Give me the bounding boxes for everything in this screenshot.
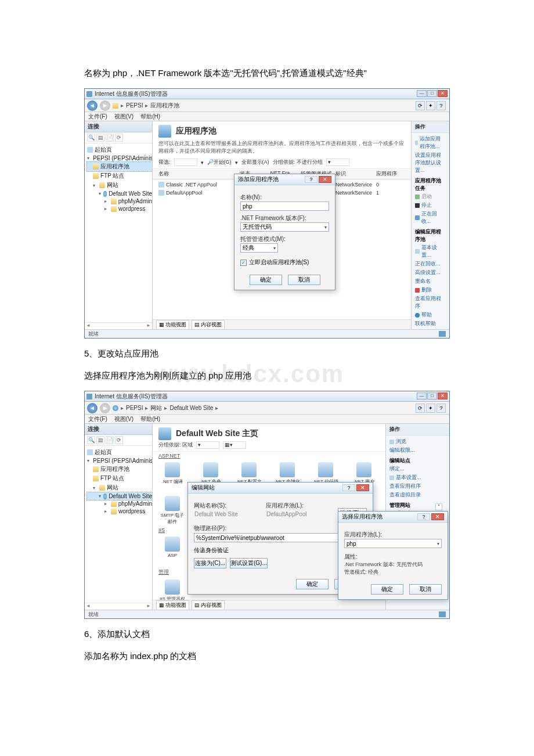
filter-show-all[interactable]: 全部显示(A) [241,159,269,166]
content-view-tab[interactable]: ▤ 内容视图 [192,600,225,610]
tree-start-page[interactable]: 起始页 [95,146,112,154]
tree-tool-icon[interactable]: 🔍 [87,436,95,444]
menu-help[interactable]: 帮助(H) [140,113,160,121]
filter-go[interactable]: 🔎开始(G) [207,159,232,166]
tree-app-pools[interactable]: 应用程序池 [100,465,129,473]
action-bindings[interactable]: 绑定... [389,465,446,473]
menu-file[interactable]: 文件(F) [88,113,107,121]
tree-tool-icon[interactable]: ▤ [96,436,104,444]
cancel-button[interactable]: 取消 [409,584,442,595]
pipeline-select[interactable]: 经典▾ [240,243,278,253]
action-rename[interactable]: 重命名 [415,277,446,286]
group-by-combo[interactable]: ▾ [196,441,219,449]
features-view-tab[interactable]: ▦ 功能视图 [156,600,189,610]
tree-default-site[interactable]: Default Web Site [109,493,152,499]
maximize-button[interactable]: □ [427,90,437,97]
maximize-button[interactable]: □ [427,393,437,399]
tree-tool-icon[interactable]: 📄 [106,134,114,142]
tree-server[interactable]: PEPSI (PEPSI\Administrator) [93,155,152,161]
dialog-help-button[interactable]: ? [417,513,430,520]
minimize-button[interactable]: — [417,393,427,399]
col-apps[interactable]: 应用程序 [376,170,405,178]
ok-button[interactable]: 确定 [296,579,329,589]
action-basic[interactable]: 基本设置... [389,473,446,482]
connect-as-button[interactable]: 连接为(C)... [194,558,226,568]
toolbar-icon-2[interactable]: ✦ [426,101,435,110]
ok-button[interactable]: 确定 [371,584,403,595]
select-pool-dropdown[interactable]: php▾ [344,539,442,548]
framework-select[interactable]: 无托管代码▾ [240,222,329,232]
action-view-vdir[interactable]: 查看虚拟目录 [389,491,446,499]
tree-sites[interactable]: 网站 [107,484,118,492]
forward-button[interactable]: ► [100,100,110,111]
forward-button[interactable]: ► [100,403,110,413]
action-help[interactable]: 帮助 [415,311,446,319]
action-online-help[interactable]: 联机帮助 [415,319,446,328]
tree-phpmyadmin[interactable]: phpMyAdmin [118,198,152,204]
tree-ftp[interactable]: FTP 站点 [100,172,124,180]
toolbar-icon-2[interactable]: ✦ [426,404,435,413]
view-combo[interactable]: ▦▾ [223,441,246,449]
action-recycle[interactable]: 正在回收... [415,210,446,226]
features-view-tab[interactable]: ▦ 功能视图 [156,320,189,330]
tree-wordpress[interactable]: wordpress [118,508,145,514]
back-button[interactable]: ◄ [87,100,98,111]
name-input[interactable]: php [240,201,329,211]
action-view-apps[interactable]: 查看应用程序 [389,482,446,491]
minimize-button[interactable]: — [417,90,427,97]
menu-view[interactable]: 视图(V) [114,415,134,423]
tree-wordpress[interactable]: wordpress [118,206,145,212]
tree-tool-icon[interactable]: ⟳ [115,436,123,444]
cancel-button[interactable]: 取消 [288,275,320,285]
col-identity[interactable]: 标识 [335,170,376,178]
action-view-apps[interactable]: 查看应用程序 [415,294,446,311]
content-view-tab[interactable]: ▤ 内容视图 [192,320,225,330]
action-stop[interactable]: 停止 [415,201,446,210]
feature-icon[interactable]: ASP [158,537,186,558]
breadcrumb[interactable]: ▸PEPSI ▸网站 ▸Default Web Site ▸ [113,404,218,412]
group-by[interactable]: 分组依据: 不进行分组 [273,159,323,166]
collapse-icon[interactable]: ˄ [435,503,442,510]
ok-button[interactable]: 确定 [250,275,282,285]
tree-default-site[interactable]: Default Web Site [109,190,152,197]
back-button[interactable]: ◄ [87,403,98,413]
close-button[interactable]: ✕ [438,90,448,97]
action-set-defaults[interactable]: 设置应用程序池默认设置... [415,151,446,175]
tree-phpmyadmin[interactable]: phpMyAdmin [118,501,152,507]
test-settings-button[interactable]: 测试设置(G)... [230,558,268,568]
filter-input[interactable] [174,159,197,166]
dialog-help-button[interactable]: ? [342,484,355,491]
menu-view[interactable]: 视图(V) [114,113,134,121]
feature-icon[interactable]: SMTP 电子邮件 [158,496,186,525]
dialog-close-button[interactable]: ✕ [431,513,444,520]
menu-help[interactable]: 帮助(H) [140,415,160,423]
path-input[interactable]: %SystemDrive%\inetpub\wwwroot [194,533,351,542]
breadcrumb[interactable]: ▸ PEPSI ▸ 应用程序池 [113,102,179,110]
action-explore[interactable]: 浏览 [389,437,446,446]
tree-tool-icon[interactable]: ⟳ [115,134,123,142]
toolbar-help-icon[interactable]: ? [436,101,446,110]
col-name[interactable]: 名称 [158,170,240,178]
dialog-close-button[interactable]: ✕ [319,176,331,183]
action-start[interactable]: 启动 [415,192,446,201]
action-remove[interactable]: 删除 [415,286,446,294]
autostart-checkbox[interactable]: ✓ [240,260,247,266]
action-add-pool[interactable]: 添加应用程序池... [415,135,446,151]
group-by[interactable]: 分组依据: 区域 [158,441,193,449]
toolbar-help-icon[interactable]: ? [436,404,446,413]
tree-start-page[interactable]: 起始页 [95,448,112,456]
action-recycling[interactable]: 正在回收... [415,260,446,268]
tree-ftp[interactable]: FTP 站点 [100,474,124,483]
toolbar-icon-1[interactable]: ⟳ [416,404,425,413]
tree-server[interactable]: PEPSI (PEPSI\Administrator) [93,458,152,464]
feature-icon[interactable]: .NET 编译 [158,462,186,491]
menu-file[interactable]: 文件(F) [88,415,107,423]
tree-sites[interactable]: 网站 [107,181,118,189]
tree-tool-icon[interactable]: 🔍 [87,134,95,142]
tree-app-pools[interactable]: 应用程序池 [100,163,129,171]
toolbar-icon-1[interactable]: ⟳ [416,101,425,110]
close-button[interactable]: ✕ [438,393,448,399]
action-basic[interactable]: 基本设置... [415,243,446,260]
group-by-combo[interactable]: ▾ [326,159,349,166]
tree-tool-icon[interactable]: ▤ [96,134,104,142]
